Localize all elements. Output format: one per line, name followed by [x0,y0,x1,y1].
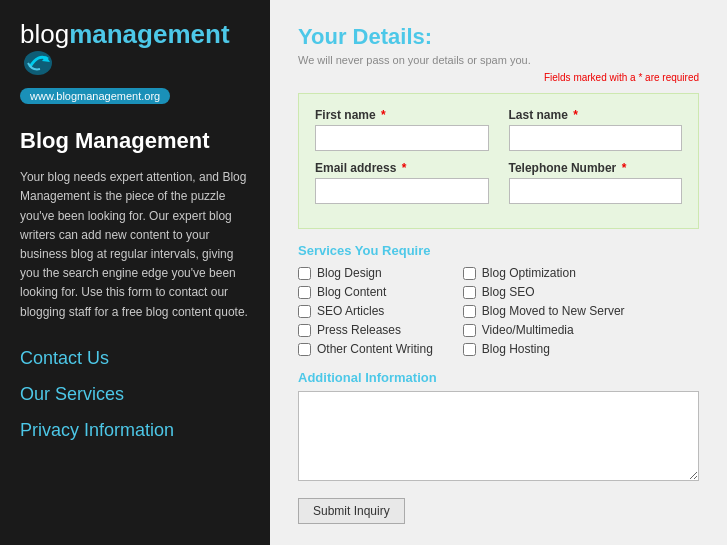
checkbox-blog-content[interactable] [298,286,311,299]
checkbox-press-releases[interactable] [298,324,311,337]
additional-section: Additional Information [298,370,699,484]
first-name-input[interactable] [315,125,489,151]
nav-our-services[interactable]: Our Services [20,378,250,410]
site-title: Blog Management [20,128,250,154]
last-name-label: Last name * [509,108,683,122]
required-note: Fields marked with a * are required [298,72,699,83]
logo-text: blogmanagement [20,20,250,82]
service-blog-design[interactable]: Blog Design [298,266,433,280]
required-note-text2: are required [645,72,699,83]
services-col-2: Blog Optimization Blog SEO Blog Moved to… [463,266,625,356]
service-blog-content[interactable]: Blog Content [298,285,433,299]
service-blog-optimization[interactable]: Blog Optimization [463,266,625,280]
service-video-multimedia[interactable]: Video/Multimedia [463,323,625,337]
checkbox-seo-articles[interactable] [298,305,311,318]
service-press-releases[interactable]: Press Releases [298,323,433,337]
additional-title: Additional Information [298,370,699,385]
additional-textarea[interactable] [298,391,699,481]
services-col-1: Blog Design Blog Content SEO Articles Pr… [298,266,433,356]
form-subtitle: We will never pass on your details or sp… [298,54,699,66]
checkbox-blog-design[interactable] [298,267,311,280]
logo-blog: blog [20,19,69,49]
service-blog-seo[interactable]: Blog SEO [463,285,625,299]
services-section: Services You Require Blog Design Blog Co… [298,243,699,356]
logo-management: management [69,19,229,49]
site-description: Your blog needs expert attention, and Bl… [20,168,250,322]
first-name-label: First name * [315,108,489,122]
sidebar: blogmanagement www.blogmanagement.org Bl… [0,0,270,545]
checkbox-blog-hosting[interactable] [463,343,476,356]
form-title: Your Details: [298,24,699,50]
checkbox-other-content[interactable] [298,343,311,356]
telephone-label: Telephone Number * [509,161,683,175]
services-title: Services You Require [298,243,699,258]
checkbox-blog-optimization[interactable] [463,267,476,280]
telephone-input[interactable] [509,178,683,204]
contact-row: Email address * Telephone Number * [315,161,682,204]
submit-button[interactable]: Submit Inquiry [298,498,405,524]
nav-privacy-information[interactable]: Privacy Information [20,414,250,446]
last-name-group: Last name * [509,108,683,151]
email-label: Email address * [315,161,489,175]
telephone-group: Telephone Number * [509,161,683,204]
service-blog-moved[interactable]: Blog Moved to New Server [463,304,625,318]
logo-area: blogmanagement www.blogmanagement.org [20,20,250,104]
checkbox-video-multimedia[interactable] [463,324,476,337]
logo-arrow-icon [22,49,54,83]
first-name-group: First name * [315,108,489,151]
main-content: Your Details: We will never pass on your… [270,0,727,545]
last-name-input[interactable] [509,125,683,151]
logo-url[interactable]: www.blogmanagement.org [20,88,170,104]
personal-details-section: First name * Last name * Email address * [298,93,699,229]
service-other-content[interactable]: Other Content Writing [298,342,433,356]
name-row: First name * Last name * [315,108,682,151]
checkbox-blog-moved[interactable] [463,305,476,318]
service-seo-articles[interactable]: SEO Articles [298,304,433,318]
services-grid: Blog Design Blog Content SEO Articles Pr… [298,266,699,356]
email-group: Email address * [315,161,489,204]
nav-contact-us[interactable]: Contact Us [20,342,250,374]
sidebar-nav: Contact Us Our Services Privacy Informat… [20,342,250,447]
email-input[interactable] [315,178,489,204]
checkbox-blog-seo[interactable] [463,286,476,299]
service-blog-hosting[interactable]: Blog Hosting [463,342,625,356]
required-note-text: Fields marked with a [544,72,636,83]
